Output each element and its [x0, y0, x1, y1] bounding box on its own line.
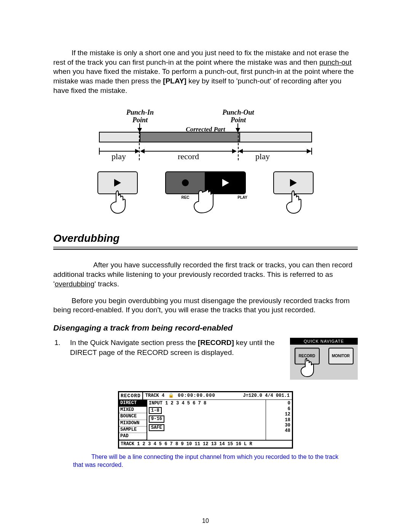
finger-press-icon: [298, 357, 316, 378]
btn-1-8[interactable]: 1-8: [149, 407, 162, 414]
track-seg-play: [240, 133, 311, 142]
range-play-label: play: [255, 152, 270, 161]
play-icon: [222, 179, 229, 187]
meter-scale: 0 6 12 18 30 48: [266, 400, 292, 439]
range-record-label: record: [178, 152, 199, 161]
range-play-label: play: [112, 152, 126, 161]
punch-diagram: Punch-In Point Punch-Out Point Corrected…: [99, 109, 312, 217]
overdub-term: overdubbing: [55, 280, 95, 288]
tab-direct[interactable]: DIRECT: [119, 400, 147, 406]
record-screen-title: RECORD: [119, 392, 143, 400]
btn-9-16[interactable]: 9-16: [149, 415, 164, 422]
btn-safe[interactable]: SAFE: [149, 424, 164, 431]
play-tag: PLAY: [237, 195, 247, 200]
tab-sample[interactable]: SAMPLE: [119, 427, 147, 433]
punch-in-label: Punch-In Point: [117, 109, 163, 124]
arrow-left-icon: [238, 149, 243, 153]
arrow-right-icon: [135, 149, 140, 153]
track-seg-record: [140, 133, 240, 142]
finger-press-icon: [282, 189, 305, 216]
finger-press-icon: [106, 189, 129, 216]
record-screen-tabs: DIRECT MIXED BOUNCE MIXDOWN SAMPLE PAD: [119, 400, 147, 439]
tab-bounce[interactable]: BOUNCE: [119, 413, 147, 420]
play-button[interactable]: [97, 171, 138, 194]
quick-navigate-header: QUICK NAVIGATE: [290, 338, 358, 345]
intro-paragraph: If the mistake is only a short one and y…: [53, 48, 358, 95]
track-row: TRACK 1 2 3 4 5 6 7 8 9 10 11 12 13 14 1…: [119, 440, 292, 447]
play-key: [PLAY]: [163, 77, 186, 85]
range-bar: [243, 151, 311, 152]
overdub-p1: After you have successfully recorded the…: [53, 260, 358, 289]
play-icon: [114, 179, 121, 187]
tab-mixdown[interactable]: MIXDOWN: [119, 420, 147, 427]
record-screen-timecode: 00:00:00.000: [178, 393, 215, 398]
arrow-right-icon: [307, 149, 311, 153]
punch-out-label: Punch-Out Point: [215, 109, 261, 124]
track-bar: [99, 132, 312, 142]
overdub-p1c: ' tracks.: [94, 280, 119, 288]
quicknav-monitor-label: MONITOR: [332, 354, 350, 358]
corrected-part-label: Corrected Part: [186, 126, 225, 133]
rec-tag: REC: [181, 195, 189, 200]
quicknav-record-button[interactable]: RECORD: [295, 348, 320, 364]
play-icon: [290, 179, 297, 187]
page-number: 10: [0, 518, 411, 524]
section-rule: [53, 247, 358, 250]
play-button[interactable]: [273, 171, 314, 194]
blue-note: There will be a line connecting the inpu…: [73, 453, 342, 469]
arrow-down-icon: [137, 128, 142, 133]
section-title-overdubbing: Overdubbing: [53, 232, 358, 244]
track-seg-play: [100, 133, 140, 142]
finger-press-icon: [190, 188, 221, 216]
record-screen: RECORD TRACK 4 🔒 00:00:00.000 J=120.0 4/…: [118, 391, 293, 449]
quicknav-monitor-button[interactable]: MONITOR: [328, 348, 354, 364]
intro-t1a: If the mistake is only a short one and y…: [53, 49, 349, 66]
record-key: [RECORD]: [198, 339, 234, 347]
step1-text-a: In the Quick Navigate section press the: [70, 339, 198, 347]
arrow-left-icon: [140, 149, 145, 153]
arrow-stem: [139, 123, 140, 128]
tab-pad[interactable]: PAD: [119, 433, 147, 439]
input-row: INPUT 1 2 3 4 5 6 7 8: [149, 401, 264, 406]
record-screen-track: TRACK 4: [145, 393, 164, 398]
tab-mixed[interactable]: MIXED: [119, 407, 147, 413]
record-screen-tempo: J=120.0 4/4 001.1: [243, 393, 290, 398]
overdub-p2: Before you begin overdubbing you must di…: [53, 296, 358, 315]
quick-navigate-panel: QUICK NAVIGATE RECORD MONITOR: [290, 338, 358, 380]
intro-punchout: punch-out: [319, 58, 352, 66]
arrow-stem: [237, 123, 238, 128]
arrow-right-icon: [232, 149, 237, 153]
lock-icon: 🔒: [168, 393, 174, 398]
subheading-disengage: Disengaging a track from being record-en…: [53, 323, 358, 332]
record-icon: [182, 179, 189, 186]
range-cap: [311, 148, 312, 155]
